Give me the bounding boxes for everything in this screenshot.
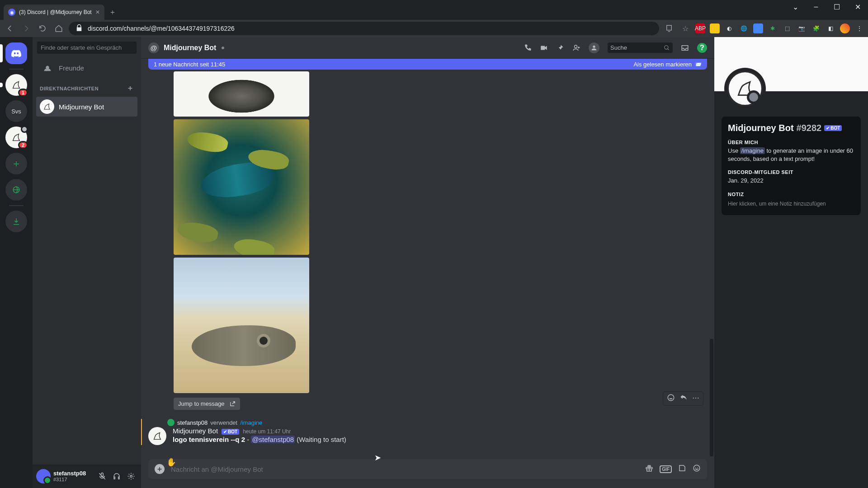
new-tab-button[interactable]: ＋ bbox=[104, 5, 121, 20]
extension-icon[interactable] bbox=[753, 23, 763, 33]
message-author[interactable]: Midjourney Bot bbox=[173, 427, 218, 435]
slash-command-link[interactable]: /imagine bbox=[240, 419, 262, 426]
generated-image[interactable] bbox=[174, 258, 309, 393]
quick-switcher[interactable]: Finde oder starte ein Gespräch bbox=[37, 42, 137, 54]
extension-icon[interactable]: ◐ bbox=[724, 23, 734, 33]
svg-point-2 bbox=[593, 45, 595, 47]
message-item: stefanstp08 verwendet /imagine Midjourne… bbox=[141, 419, 707, 445]
home-button[interactable] bbox=[52, 22, 65, 35]
guild-badge: 2 bbox=[18, 141, 28, 149]
lock-icon bbox=[75, 24, 83, 33]
window-maximize-button[interactable]: ☐ bbox=[826, 0, 847, 14]
slash-suggestion-icon: ✋ bbox=[166, 457, 176, 467]
message-list[interactable]: Jump to message ⋯ stefanstp08 verwendet … bbox=[141, 59, 714, 459]
inbox-button[interactable] bbox=[681, 44, 689, 52]
scrollbar[interactable] bbox=[710, 95, 713, 414]
extension-globe-icon[interactable]: 🌐 bbox=[739, 23, 749, 33]
explore-servers-button[interactable] bbox=[5, 179, 27, 201]
reload-button[interactable] bbox=[36, 22, 49, 35]
user-settings-button[interactable] bbox=[125, 470, 137, 483]
install-app-icon[interactable] bbox=[663, 22, 675, 35]
help-button[interactable]: ? bbox=[697, 43, 707, 53]
message-avatar[interactable] bbox=[148, 427, 166, 445]
download-apps-button[interactable] bbox=[5, 211, 27, 232]
member-since-value: Jan. 29, 2022 bbox=[728, 177, 854, 185]
add-server-button[interactable]: ＋ bbox=[5, 153, 27, 174]
note-input[interactable]: Hier klicken, um eine Notiz hinzuzufügen bbox=[728, 199, 854, 209]
guild-midjourney[interactable]: 1 bbox=[5, 74, 27, 96]
user-mention[interactable]: @stefanstp08 bbox=[251, 436, 295, 443]
user-profile-panel: Midjourney Bot#9282 ✔BOT ÜBER MICH Use /… bbox=[714, 37, 868, 488]
chrome-chevron-icon[interactable]: ⌄ bbox=[785, 0, 806, 14]
guild-list: 1 Svs 2 ＋ bbox=[0, 37, 33, 488]
extension-icon[interactable]: ⬚ bbox=[782, 23, 792, 33]
chat-main: @ Midjourney Bot Suche ? 1 neue Nachrich… bbox=[141, 37, 714, 488]
browser-tab-active[interactable]: ◉ (3) Discord | @Midjourney Bot ✕ bbox=[4, 5, 104, 20]
message-input[interactable]: ＋ ✋ Nachricht an @Midjourney Bot GIF bbox=[148, 459, 707, 479]
guild-svs[interactable]: Svs bbox=[5, 100, 27, 122]
about-me-header: ÜBER MICH bbox=[728, 140, 854, 145]
forward-button[interactable] bbox=[20, 22, 33, 35]
guild-badge: 1 bbox=[18, 89, 28, 97]
extensions-tray: ABP ◐ 🌐 ✱ ⬚ 📷 🧩 ◧ ⋮ bbox=[695, 23, 864, 33]
reply-button[interactable] bbox=[679, 394, 688, 404]
back-button[interactable] bbox=[4, 22, 16, 35]
folder-indicator-icon bbox=[21, 126, 28, 133]
create-dm-button[interactable]: ＋ bbox=[127, 84, 134, 93]
search-icon bbox=[664, 45, 670, 51]
chat-title: Midjourney Bot bbox=[164, 44, 216, 52]
message-content: logo tennisverein --q 2 - @stefanstp08 (… bbox=[173, 436, 346, 443]
note-header: NOTIZ bbox=[728, 192, 854, 197]
gift-button[interactable] bbox=[645, 464, 653, 474]
voice-call-button[interactable] bbox=[524, 44, 532, 52]
extension-icon[interactable]: 📷 bbox=[797, 23, 807, 33]
bookmark-star-icon[interactable]: ☆ bbox=[679, 22, 692, 35]
extension-icon[interactable] bbox=[710, 23, 720, 33]
command-reply-line: stefanstp08 verwendet /imagine bbox=[167, 419, 707, 426]
mute-mic-button[interactable] bbox=[96, 470, 108, 483]
extension-icon[interactable]: ✱ bbox=[768, 23, 778, 33]
url-text: discord.com/channels/@me/106344374919731… bbox=[88, 25, 235, 32]
generated-image[interactable] bbox=[174, 71, 309, 117]
emoji-button[interactable] bbox=[693, 464, 701, 474]
add-friends-button[interactable] bbox=[572, 44, 580, 52]
video-call-button[interactable] bbox=[540, 44, 548, 52]
profile-avatar-icon[interactable] bbox=[840, 23, 850, 33]
svg-point-1 bbox=[130, 475, 132, 478]
gif-button[interactable]: GIF bbox=[660, 465, 672, 473]
dm-sidebar: Finde oder starte ein Gespräch Freunde D… bbox=[33, 37, 141, 488]
tab-close-icon[interactable]: ✕ bbox=[95, 9, 100, 15]
new-messages-bar[interactable]: 1 neue Nachricht seit 11:45 Als gelesen … bbox=[148, 59, 707, 70]
message-hover-actions: ⋯ bbox=[663, 391, 703, 406]
bot-tag-badge: ✔BOT bbox=[222, 429, 239, 435]
guild-home[interactable] bbox=[5, 42, 27, 64]
sidepanel-icon[interactable]: ◧ bbox=[826, 23, 835, 33]
attach-button[interactable]: ＋ bbox=[155, 464, 165, 474]
dm-avatar bbox=[40, 99, 54, 114]
extensions-puzzle-icon[interactable]: 🧩 bbox=[811, 23, 821, 33]
pinned-messages-button[interactable] bbox=[556, 44, 564, 52]
friends-tab[interactable]: Freunde bbox=[36, 59, 137, 76]
add-reaction-button[interactable] bbox=[667, 394, 675, 404]
self-avatar[interactable] bbox=[36, 469, 51, 483]
window-close-button[interactable]: ✕ bbox=[847, 0, 868, 14]
profile-avatar[interactable] bbox=[727, 70, 763, 107]
external-link-icon bbox=[229, 401, 236, 407]
svg-point-4 bbox=[668, 394, 674, 401]
deafen-button[interactable] bbox=[110, 470, 123, 483]
dm-section-header: DIREKTNACHRICHTEN bbox=[40, 86, 99, 91]
guild-item[interactable]: 2 bbox=[5, 127, 27, 148]
address-bar[interactable]: discord.com/channels/@me/106344374919731… bbox=[69, 22, 659, 35]
more-actions-button[interactable]: ⋯ bbox=[692, 394, 699, 404]
sticker-button[interactable] bbox=[678, 464, 686, 474]
kebab-menu-icon[interactable]: ⋮ bbox=[854, 23, 864, 33]
profile-banner bbox=[714, 37, 868, 91]
show-profile-button[interactable] bbox=[589, 42, 599, 53]
svg-point-3 bbox=[665, 45, 668, 49]
search-input[interactable]: Suche bbox=[608, 42, 673, 53]
generated-image[interactable] bbox=[174, 119, 309, 255]
jump-to-message-button[interactable]: Jump to message bbox=[174, 398, 240, 410]
window-minimize-button[interactable]: – bbox=[806, 0, 826, 14]
dm-item-midjourney[interactable]: Midjourney Bot bbox=[36, 97, 137, 117]
extension-abp-icon[interactable]: ABP bbox=[695, 23, 705, 33]
